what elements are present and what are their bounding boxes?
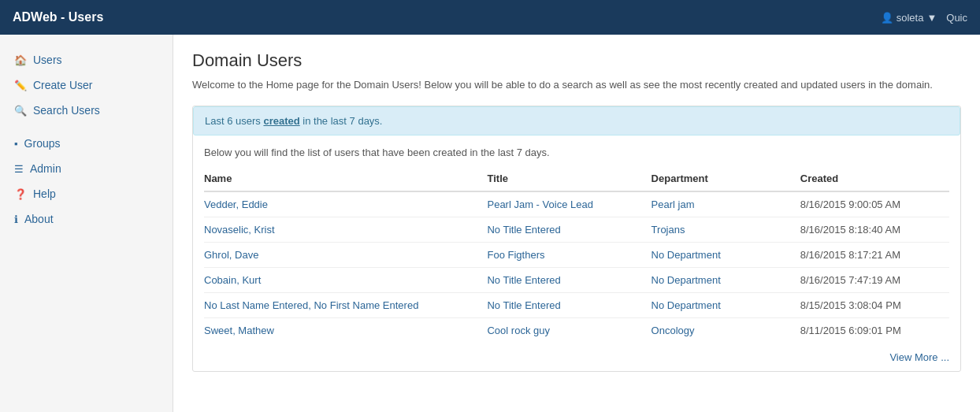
user-icon: 👤 [881, 12, 893, 24]
table-row: Vedder, EddiePearl Jam - Voice LeadPearl… [204, 191, 949, 217]
info-icon: ℹ [14, 213, 18, 225]
users-table: Name Title Department Created Vedder, Ed… [204, 168, 949, 343]
cell-created-1: 8/16/2015 8:18:40 AM [800, 217, 949, 242]
cell-department-4: No Department [651, 292, 800, 317]
users-table-container: Last 6 users created in the last 7 days.… [192, 106, 961, 372]
table-row: Cobain, KurtNo Title EnteredNo Departmen… [204, 267, 949, 292]
sidebar-item-help[interactable]: ❓ Help [0, 181, 173, 206]
cell-title-0: Pearl Jam - Voice Lead [487, 191, 651, 217]
username: soleta [896, 12, 924, 24]
sidebar-divider-1 [0, 123, 173, 131]
cell-title-5: Cool rock guy [487, 317, 651, 343]
cell-created-5: 8/11/2015 6:09:01 PM [800, 317, 949, 343]
search-icon: 🔍 [14, 105, 27, 117]
info-suffix: in the last 7 days. [300, 115, 383, 127]
sidebar-item-about[interactable]: ℹ About [0, 206, 173, 232]
sidebar-item-create-user[interactable]: ✏️ Create User [0, 72, 173, 98]
layout: 🏠 Users ✏️ Create User 🔍 Search Users ▪ … [0, 35, 980, 412]
table-sub-description: Below you will find the list of users th… [204, 147, 949, 158]
view-more-row: View More ... [193, 343, 960, 371]
cell-department-0: Pearl jam [651, 191, 800, 217]
sidebar-label-admin: Admin [30, 162, 61, 175]
table-inner: Below you will find the list of users th… [193, 135, 960, 343]
cell-title-3: No Title Entered [487, 267, 651, 292]
col-header-name: Name [204, 168, 487, 191]
help-icon: ❓ [14, 188, 27, 200]
table-header: Name Title Department Created [204, 168, 949, 191]
cell-created-4: 8/15/2015 3:08:04 PM [800, 292, 949, 317]
sidebar-label-help: Help [33, 187, 56, 200]
info-box: Last 6 users created in the last 7 days. [193, 106, 960, 135]
cell-name-4[interactable]: No Last Name Entered, No First Name Ente… [204, 292, 487, 317]
cell-name-3[interactable]: Cobain, Kurt [204, 267, 487, 292]
table-row: Novaselic, KristNo Title EnteredTrojans8… [204, 217, 949, 242]
cell-name-1[interactable]: Novaselic, Krist [204, 217, 487, 242]
top-nav: ADWeb - Users 👤 soleta ▼ Quic [0, 0, 980, 35]
nav-right: 👤 soleta ▼ Quic [881, 12, 967, 24]
cell-department-1: Trojans [651, 217, 800, 242]
table-body: Vedder, EddiePearl Jam - Voice LeadPearl… [204, 191, 949, 343]
sidebar-item-search-users[interactable]: 🔍 Search Users [0, 98, 173, 123]
cell-name-5[interactable]: Sweet, Mathew [204, 317, 487, 343]
dropdown-icon: ▼ [926, 12, 937, 24]
main-content: Domain Users Welcome to the Home page fo… [173, 35, 980, 412]
sidebar-label-search-users: Search Users [33, 104, 100, 117]
cell-created-2: 8/16/2015 8:17:21 AM [800, 242, 949, 267]
table-row: No Last Name Entered, No First Name Ente… [204, 292, 949, 317]
page-description: Welcome to the Home page for the Domain … [192, 77, 961, 93]
pencil-icon: ✏️ [14, 80, 27, 91]
page-title: Domain Users [192, 50, 961, 71]
home-icon: 🏠 [14, 54, 27, 66]
groups-icon: ▪ [14, 138, 18, 150]
sidebar-label-about: About [24, 213, 54, 225]
info-prefix: Last 6 users [205, 115, 263, 127]
cell-name-2[interactable]: Ghrol, Dave [204, 242, 487, 267]
col-header-title: Title [487, 168, 651, 191]
cell-created-0: 8/16/2015 9:00:05 AM [800, 191, 949, 217]
sidebar-item-users[interactable]: 🏠 Users [0, 47, 173, 72]
table-row: Sweet, MathewCool rock guyOncology8/11/2… [204, 317, 949, 343]
view-more-link[interactable]: View More ... [889, 351, 949, 363]
cell-created-3: 8/16/2015 7:47:19 AM [800, 267, 949, 292]
cell-department-3: No Department [651, 267, 800, 292]
user-menu[interactable]: 👤 soleta ▼ [881, 12, 937, 24]
col-header-created: Created [800, 168, 949, 191]
cell-title-2: Foo Figthers [487, 242, 651, 267]
sidebar-label-create-user: Create User [33, 79, 92, 91]
table-row: Ghrol, DaveFoo FigthersNo Department8/16… [204, 242, 949, 267]
sidebar-item-admin[interactable]: ☰ Admin [0, 156, 173, 181]
brand-title: ADWeb - Users [13, 10, 881, 24]
sidebar-label-users: Users [33, 54, 62, 66]
cell-title-4: No Title Entered [487, 292, 651, 317]
sidebar: 🏠 Users ✏️ Create User 🔍 Search Users ▪ … [0, 35, 173, 412]
info-link[interactable]: created [263, 115, 299, 127]
sidebar-label-groups: Groups [24, 137, 61, 150]
quick-label: Quic [946, 12, 967, 24]
cell-name-0[interactable]: Vedder, Eddie [204, 191, 487, 217]
col-header-department: Department [651, 168, 800, 191]
cell-department-2: No Department [651, 242, 800, 267]
cell-title-1: No Title Entered [487, 217, 651, 242]
admin-icon: ☰ [14, 163, 24, 175]
sidebar-item-groups[interactable]: ▪ Groups [0, 131, 173, 156]
cell-department-5: Oncology [651, 317, 800, 343]
